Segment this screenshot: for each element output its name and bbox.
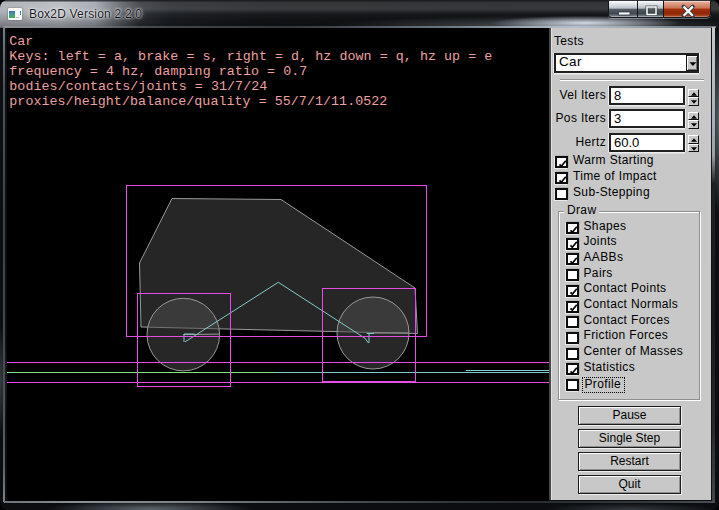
svg-text:proxies/height/balance/quality: proxies/height/balance/quality = 55/7/1/… — [9, 94, 387, 109]
svg-text:Keys: left = a, brake = s, rig: Keys: left = a, brake = s, right = d, hz… — [9, 49, 492, 64]
svg-text:frequency = 4 hz, damping rati: frequency = 4 hz, damping ratio = 0.7 — [9, 64, 307, 79]
svg-text:Car: Car — [9, 34, 33, 49]
svg-text:bodies/contacts/joints = 31/7/: bodies/contacts/joints = 31/7/24 — [9, 79, 267, 94]
